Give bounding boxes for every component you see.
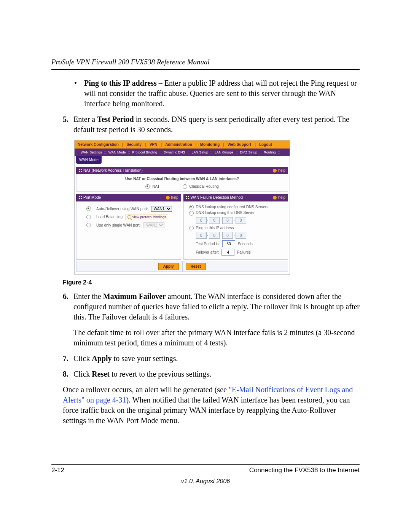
nav-admin[interactable]: Administration	[162, 141, 195, 149]
step-7-bold: Apply	[92, 354, 112, 363]
ping-ip-1[interactable]	[196, 232, 207, 239]
dns-ip-group: . . .	[196, 217, 286, 224]
subnav-routing[interactable]: Routing	[263, 150, 277, 155]
step-6: 6. Enter the Maximum Failover amount. Th…	[63, 291, 360, 322]
radio-load-balancing[interactable]	[86, 215, 91, 219]
reset-button[interactable]: Reset	[186, 263, 206, 270]
help-link[interactable]: help	[278, 168, 285, 173]
svg-rect-2	[79, 171, 80, 172]
step-7: 7. Click Apply to save your settings.	[63, 353, 360, 364]
ping-ip-3[interactable]	[222, 232, 233, 239]
dns-ip-2[interactable]	[209, 217, 220, 224]
nav-monitoring[interactable]: Monitoring	[197, 141, 223, 149]
closing-para: Once a rollover occurs, an alert will be…	[63, 385, 360, 426]
subnav-dmz-setup[interactable]: DMZ Setup	[239, 150, 259, 155]
radio-single-wan[interactable]	[86, 223, 91, 227]
svg-rect-8	[186, 196, 187, 197]
footer-version: v1.0, August 2006	[51, 477, 360, 486]
nav-security[interactable]: Security	[124, 141, 145, 149]
label-auto-rollover: Auto-Rollover using WAN port:	[96, 206, 148, 212]
step-8-post: to revert to the previous settings.	[110, 370, 211, 378]
subnav-dynamic-dns[interactable]: Dynamic DNS	[162, 150, 186, 155]
step-5-pre: Enter a	[73, 115, 97, 123]
label-failures: Failures	[237, 250, 251, 254]
radio-auto-rollover[interactable]	[86, 206, 91, 211]
page-tag-wan-mode: WAN Mode	[76, 156, 102, 164]
step-7-num: 7.	[63, 353, 68, 364]
input-failover[interactable]	[221, 249, 234, 256]
dns-ip-4[interactable]	[236, 217, 246, 224]
figure-caption: Figure 2-4	[63, 278, 360, 287]
ping-ip-2[interactable]	[209, 232, 220, 239]
panel-wfd-title: WAN Failure Detection Method	[191, 195, 243, 200]
nav-vpn[interactable]: VPN	[147, 141, 161, 149]
search-icon	[127, 215, 131, 219]
svg-rect-1	[81, 169, 82, 170]
link-view-protocol-bindings[interactable]: view protocol bindings	[126, 214, 168, 220]
subnav-wan-settings[interactable]: WAN Settings	[80, 150, 103, 155]
step-6-bold: Maximum Failover	[103, 292, 166, 300]
svg-rect-10	[186, 198, 187, 199]
panel-wfd-body: DNS lookup using configured DNS Servers …	[183, 201, 288, 260]
router-config-figure: Network Configuration| Security| VPN| Ad…	[74, 140, 290, 275]
radio-dns-configured[interactable]	[189, 205, 194, 209]
step-8-bold: Reset	[92, 370, 110, 378]
nat-question: Use NAT or Classical Routing between WAN…	[79, 176, 285, 182]
page-header: ProSafe VPN Firewall 200 FVX538 Referenc…	[51, 57, 360, 67]
step-6b: The default time to roll over after the …	[73, 328, 360, 348]
ping-ip-4[interactable]	[236, 232, 246, 239]
select-single-wan: WAN1	[143, 222, 164, 228]
subnav-protocol-binding[interactable]: Protocol Binding	[131, 150, 158, 155]
apply-button[interactable]: Apply	[158, 263, 179, 270]
radio-nat[interactable]	[145, 184, 150, 189]
svg-rect-6	[79, 198, 80, 199]
button-row: Apply Reset	[76, 261, 288, 272]
step-8-num: 8.	[63, 369, 68, 379]
step-5: 5. Enter a Test Period in seconds. DNS q…	[63, 114, 360, 135]
label-dns-this: DNS lookup using this DNS Server	[196, 211, 255, 215]
nav-network-config[interactable]: Network Configuration	[75, 141, 122, 149]
svg-rect-4	[79, 196, 80, 197]
subnav-wan-mode[interactable]: WAN Mode	[107, 150, 127, 155]
subnav-lan-groups[interactable]: LAN Groups	[213, 150, 235, 155]
bullet-lead: Ping to this IP address	[84, 79, 157, 87]
input-test-period[interactable]	[222, 240, 235, 247]
radio-ping-ip[interactable]	[189, 226, 194, 230]
footer-rule	[51, 464, 360, 465]
grid-icon	[186, 196, 189, 199]
panel-portmode-title: Port Mode	[83, 195, 101, 200]
step-7-pre: Click	[73, 354, 92, 363]
help-link[interactable]: help	[171, 195, 178, 200]
label-dns-configured: DNS lookup using configured DNS Servers	[196, 205, 269, 209]
select-rollover-wan[interactable]: WAN1	[151, 206, 172, 212]
nav-logout[interactable]: Logout	[256, 141, 275, 149]
label-test-period: Test Period is:	[196, 242, 220, 246]
subnav-lan-setup[interactable]: LAN Setup	[191, 150, 210, 155]
footer-section: Connecting the FVX538 to the Internet	[249, 466, 360, 475]
help-link[interactable]: help	[278, 195, 285, 200]
step-6-num: 6.	[63, 291, 68, 302]
help-icon[interactable]	[273, 196, 277, 200]
help-icon[interactable]	[166, 196, 170, 200]
label-seconds: Seconds	[238, 242, 253, 246]
panel-portmode-body: Auto-Rollover using WAN port: WAN1 Load …	[76, 201, 181, 260]
closing-a: Once a rollover occurs, an alert will be…	[63, 385, 229, 394]
dns-ip-1[interactable]	[196, 217, 207, 224]
svg-rect-5	[81, 196, 82, 197]
bullet-ping: Ping to this IP address – Enter a public…	[74, 78, 360, 109]
svg-rect-0	[79, 169, 80, 170]
help-icon[interactable]	[273, 169, 277, 173]
grid-icon	[79, 196, 82, 199]
panel-nat-title: NAT (Network Address Translation)	[83, 168, 143, 173]
label-failover: Failover after:	[196, 250, 219, 254]
svg-rect-9	[188, 196, 189, 197]
radio-classical-routing[interactable]	[183, 184, 187, 189]
svg-rect-3	[81, 171, 82, 172]
step-8: 8. Click Reset to revert to the previous…	[63, 369, 360, 379]
label-classical-routing: Classical Routing	[190, 184, 219, 189]
nav-web-support[interactable]: Web Support	[225, 141, 254, 149]
step-6-pre: Enter the	[73, 292, 103, 300]
radio-dns-this[interactable]	[189, 211, 194, 216]
footer-page: 2-12	[51, 466, 64, 475]
dns-ip-3[interactable]	[222, 217, 233, 224]
